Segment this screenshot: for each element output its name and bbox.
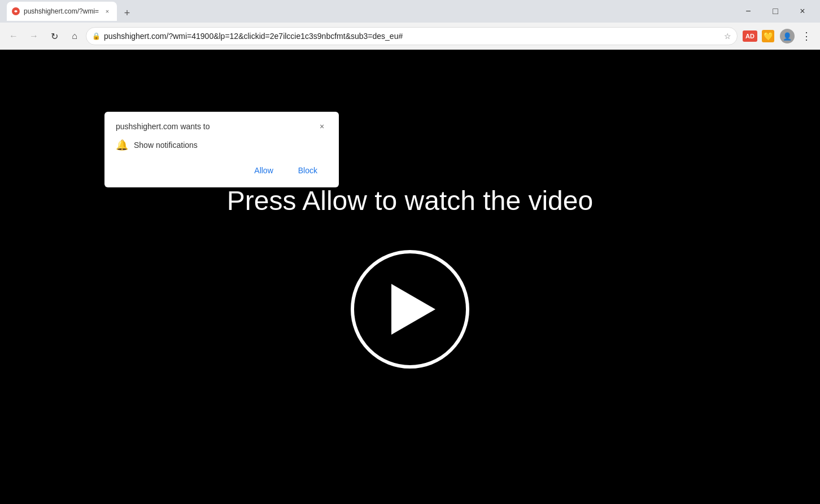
permission-text: Show notifications: [134, 141, 198, 150]
popup-permission-row: 🔔 Show notifications: [116, 139, 328, 151]
popup-header: pushshighert.com wants to ×: [116, 121, 328, 132]
address-text: pushshighert.com/?wmi=41900&lp=12&clicki…: [104, 32, 721, 41]
page-instruction-text: Press Allow to watch the video: [227, 185, 593, 216]
profile-button[interactable]: 👤: [778, 27, 796, 45]
tab-favicon: [11, 7, 20, 16]
new-tab-button[interactable]: +: [119, 5, 135, 21]
nav-bar: ← → ↻ ⌂ 🔒 pushshighert.com/?wmi=41900&lp…: [0, 23, 820, 50]
play-triangle-icon: [391, 284, 435, 335]
popup-buttons: Allow Block: [116, 163, 328, 178]
allow-button[interactable]: Allow: [244, 163, 283, 178]
active-tab[interactable]: pushshighert.com/?wmi= ×: [7, 2, 117, 21]
back-button[interactable]: ←: [5, 27, 23, 45]
avatar-icon: 👤: [780, 29, 795, 43]
page-content: pushshighert.com wants to × 🔔 Show notif…: [0, 50, 820, 504]
tab-title: pushshighert.com/?wmi=: [24, 7, 99, 15]
close-button[interactable]: ×: [790, 0, 815, 23]
bell-icon: 🔔: [116, 139, 128, 151]
address-bar[interactable]: 🔒 pushshighert.com/?wmi=41900&lp=12&clic…: [86, 27, 738, 45]
minimize-button[interactable]: −: [735, 0, 761, 23]
play-button[interactable]: [351, 250, 469, 369]
window-controls: − □ ×: [735, 0, 815, 23]
reload-button[interactable]: ↻: [45, 27, 63, 45]
popup-close-button[interactable]: ×: [316, 121, 328, 132]
title-bar: pushshighert.com/?wmi= × + − □ ×: [0, 0, 820, 23]
wallet-extension-icon[interactable]: 💛: [759, 27, 777, 45]
chrome-menu-button[interactable]: ⋮: [797, 27, 815, 45]
adblock-extension-icon[interactable]: AD: [742, 28, 758, 44]
notification-popup: pushshighert.com wants to × 🔔 Show notif…: [104, 112, 339, 187]
bookmark-icon[interactable]: ☆: [724, 32, 731, 41]
block-button[interactable]: Block: [288, 163, 328, 178]
forward-button[interactable]: →: [25, 27, 43, 45]
tab-strip: pushshighert.com/?wmi= × +: [5, 2, 733, 21]
toolbar-icons: AD 💛 👤 ⋮: [742, 27, 815, 45]
popup-title: pushshighert.com wants to: [116, 122, 210, 131]
maximize-button[interactable]: □: [762, 0, 788, 23]
browser-frame: pushshighert.com/?wmi= × + − □ × ← → ↻ ⌂…: [0, 0, 820, 504]
tab-close-button[interactable]: ×: [102, 6, 112, 16]
home-button[interactable]: ⌂: [66, 27, 84, 45]
lock-icon: 🔒: [92, 32, 101, 40]
wallet-badge: 💛: [762, 30, 774, 42]
adblock-badge: AD: [743, 30, 757, 42]
